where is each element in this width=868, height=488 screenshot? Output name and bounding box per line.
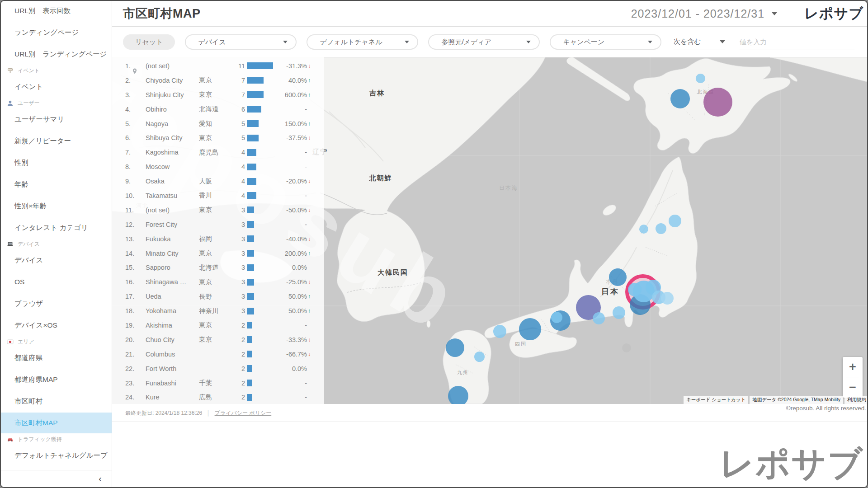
table-row[interactable]: 15.Sapporo北海道30.0% <box>112 260 324 275</box>
city-cell: Forest City <box>146 221 199 228</box>
sidebar-item-11[interactable]: インタレスト カテゴリ <box>1 221 112 234</box>
map-bubble[interactable] <box>639 225 648 234</box>
table-row[interactable]: 7.Kagoshima鹿児島4- <box>112 145 324 160</box>
sidebar-item-2[interactable]: URL別 ランディングページ <box>1 48 112 61</box>
map-bubble[interactable] <box>622 343 631 352</box>
sidebar-item-19[interactable]: 都道府県MAP <box>1 373 112 386</box>
map-bubble[interactable] <box>551 312 562 323</box>
table-row[interactable]: 11.(not set)東京3-50.0%↓ <box>112 203 324 217</box>
sidebar-item-15[interactable]: ブラウザ <box>1 297 112 310</box>
zoom-in-button[interactable]: + <box>843 357 863 377</box>
value-cell: 4 <box>213 178 245 185</box>
table-row[interactable]: 18.Yokohama神奈川350.0%↑ <box>112 304 324 318</box>
sidebar-item-1[interactable]: ランディングページ <box>1 26 112 39</box>
map-bubble[interactable] <box>696 74 705 83</box>
table-row[interactable]: 9.Osaka大阪4-20.0%↓ <box>112 174 324 188</box>
table-row[interactable]: 10.Takamatsu香川4- <box>112 188 324 203</box>
table-row[interactable]: 19.Akishima東京2- <box>112 318 324 333</box>
map-bubble[interactable] <box>670 89 690 108</box>
value-cell: 3 <box>213 264 245 271</box>
map-bubble[interactable] <box>493 325 506 338</box>
map-bubble[interactable] <box>519 318 541 340</box>
sidebar-item-20[interactable]: 市区町村 <box>1 395 112 408</box>
zoom-out-button[interactable]: − <box>843 377 863 397</box>
filter-source-medium[interactable]: 参照元/メディア <box>428 34 540 50</box>
sidebar-item-6[interactable]: ユーザーサマリ <box>1 113 112 126</box>
table-row[interactable]: 8.Moscow4- <box>112 160 324 174</box>
map-bubble[interactable] <box>628 283 642 296</box>
sidebar-item-16[interactable]: デバイス×OS <box>1 319 112 332</box>
sidebar-item-14[interactable]: OS <box>1 276 112 288</box>
table-row[interactable]: 5.Nagoya愛知5150.0%↑ <box>112 117 324 131</box>
sidebar-item-9[interactable]: 年齢 <box>1 178 112 191</box>
value-cell: 3 <box>213 235 245 243</box>
sidebar-item-18[interactable]: 都道府県 <box>1 352 112 364</box>
trend-down-icon: ↓ <box>308 63 311 69</box>
map-bubble[interactable] <box>703 88 732 117</box>
map-bubble[interactable] <box>446 338 464 357</box>
map-bubble[interactable] <box>474 352 485 362</box>
table-row[interactable]: 2.Chiyoda City東京740.0%↑ <box>112 73 324 88</box>
date-range-picker[interactable]: 2023/12/01 - 2023/12/31 <box>631 7 777 20</box>
chevron-down-icon <box>720 40 725 43</box>
map-bubble[interactable] <box>448 386 468 404</box>
filter-value-input[interactable] <box>740 34 854 50</box>
map-bubble[interactable] <box>656 223 666 234</box>
sidebar-item-label: 市区町村 <box>14 397 42 406</box>
table-row[interactable]: 6.Shibuya City東京5-37.5%↓ <box>112 131 324 145</box>
map-bubble[interactable] <box>613 306 625 319</box>
condition-select[interactable]: 次を含む <box>674 34 725 50</box>
rank-cell: 22. <box>125 365 142 372</box>
sidebar-section-label: イベント <box>18 67 40 75</box>
map-bubble[interactable] <box>661 292 674 305</box>
map-bubble[interactable] <box>669 215 681 227</box>
city-rank-table: 1.(not set)11-31.3%↓2.Chiyoda City東京740.… <box>112 57 324 404</box>
table-row[interactable]: 12.Forest City3- <box>112 217 324 232</box>
value-cell: 3 <box>213 307 245 314</box>
value-cell: 4 <box>213 192 245 199</box>
table-row[interactable]: 14.Minato City東京3200.0%↑ <box>112 246 324 261</box>
sidebar-collapse-icon[interactable]: ‹ <box>99 474 102 484</box>
sidebar-item-0[interactable]: URL別 表示回数 <box>1 5 112 17</box>
sidebar-section-label: エリア <box>18 338 34 346</box>
table-row[interactable]: 23.Funabashi千葉2- <box>112 376 324 390</box>
delta-cell: - <box>244 106 307 113</box>
delta-cell: -33.3% <box>244 336 307 343</box>
filter-campaign[interactable]: キャンペーン <box>550 34 661 50</box>
table-row[interactable]: 16.Shinagawa …東京3-25.0%↓ <box>112 275 324 289</box>
map-bubble[interactable] <box>609 268 627 286</box>
table-row[interactable]: 17.Ueda長野350.0%↑ <box>112 289 324 304</box>
sidebar-item-8[interactable]: 性別 <box>1 156 112 169</box>
sidebar-item-7[interactable]: 新規／リピーター <box>1 135 112 147</box>
table-row[interactable]: 1.(not set)11-31.3%↓ <box>112 59 324 73</box>
map-bubble[interactable] <box>593 312 605 324</box>
table-row[interactable]: 24.Kure広島2- <box>112 390 324 404</box>
privacy-policy-link[interactable]: プライバシー ポリシー <box>215 410 272 416</box>
table-row[interactable]: 21.Columbus2-66.7%↓ <box>112 347 324 361</box>
table-row[interactable]: 13.Fukuoka福岡3-40.0%↓ <box>112 232 324 246</box>
filter-device[interactable]: デバイス <box>185 34 297 50</box>
filter-default-channel[interactable]: デフォルトチャネル <box>307 34 418 50</box>
sidebar-item-13[interactable]: デバイス <box>1 254 112 267</box>
sidebar-item-10[interactable]: 性別×年齢 <box>1 200 112 212</box>
value-cell: 5 <box>213 120 245 127</box>
sidebar-item-4[interactable]: イベント <box>1 80 112 93</box>
delta-cell: - <box>244 380 307 387</box>
table-row[interactable]: 20.Chuo City東京2-33.3%↓ <box>112 333 324 347</box>
keyboard-shortcuts-link[interactable]: キーボード ショートカット <box>684 396 748 404</box>
sidebar-item-label: 都道府県 <box>14 353 42 363</box>
table-row[interactable]: 4.Obihiro北海道6- <box>112 102 324 117</box>
terms-link[interactable]: 利用規約 <box>844 396 868 404</box>
sidebar-item-23[interactable]: デフォルトチャネルグループ <box>1 449 112 462</box>
geo-map[interactable]: reposub 吉林辽宁北朝鮮大韓民国日本本州日本海北海道四国九州河北山东江苏 … <box>112 57 868 404</box>
sidebar-section-22: トラフィック獲得 <box>1 433 112 446</box>
reset-button[interactable]: リセット <box>123 34 175 50</box>
table-row[interactable]: 3.Shinjuku City東京7600.0%↑ <box>112 88 324 102</box>
sidebar-section-17: エリア <box>1 335 112 348</box>
rank-cell: 11. <box>125 206 142 214</box>
sidebar-item-21[interactable]: 市区町村MAP <box>1 413 112 433</box>
city-cell: Columbus <box>146 351 199 358</box>
rank-cell: 6. <box>125 134 142 141</box>
filter-bar: リセット デバイス デフォルトチャネル 参照元/メディア キャンペーン 次を含む <box>112 27 868 57</box>
table-row[interactable]: 22.Fort Worth20.0% <box>112 361 324 376</box>
